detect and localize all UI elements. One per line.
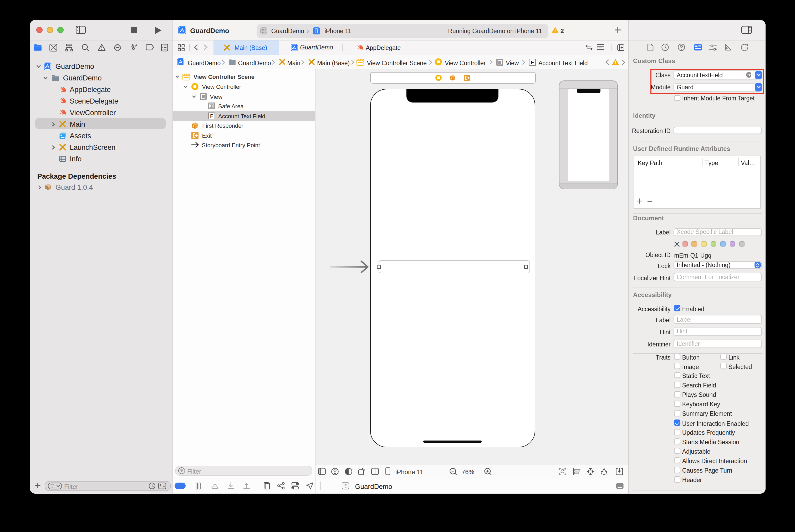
svg-text:F: F xyxy=(531,59,534,65)
svg-text:1: 1 xyxy=(197,126,198,129)
svg-text:F: F xyxy=(210,113,213,119)
